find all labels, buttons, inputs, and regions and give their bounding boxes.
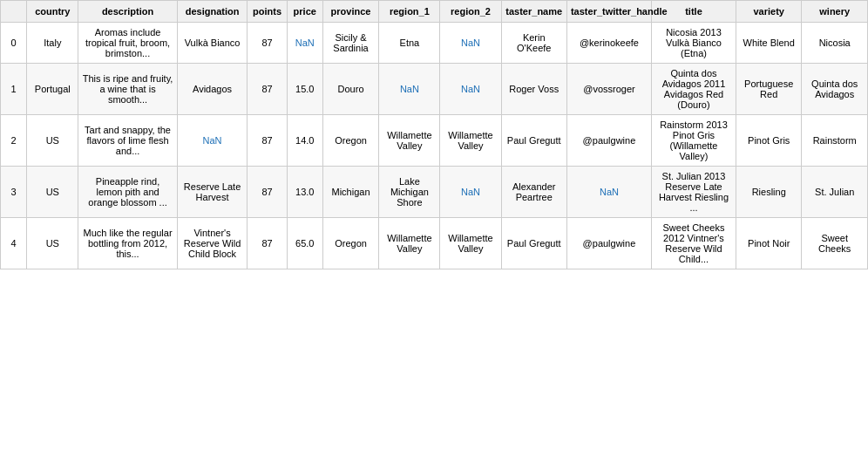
table-cell: 4 [1, 218, 27, 269]
table-cell: NaN [440, 64, 501, 115]
table-cell: @kerinokeefe [566, 23, 651, 64]
table-cell: 1 [1, 64, 27, 115]
col-header-province: province [322, 1, 379, 23]
table-cell: Roger Voss [501, 64, 566, 115]
table-cell: Nicosia [802, 23, 868, 64]
table-cell: 3 [1, 167, 27, 218]
table-row: 1PortugalThis is ripe and fruity, a wine… [1, 64, 868, 115]
table-cell: St. Julian 2013 Reserve Late Harvest Rie… [651, 167, 736, 218]
table-cell: US [27, 115, 78, 167]
table-cell: Riesling [736, 167, 801, 218]
col-header-designation: designation [177, 1, 248, 23]
table-cell: Pinot Noir [736, 218, 801, 269]
table-cell: Douro [322, 64, 379, 115]
col-header-points: points [248, 1, 287, 23]
table-cell: Portuguese Red [736, 64, 801, 115]
table-cell: Michigan [322, 167, 379, 218]
table-cell: Italy [27, 23, 78, 64]
table-cell: St. Julian [802, 167, 868, 218]
table-cell: Tart and snappy, the flavors of lime fle… [78, 115, 177, 167]
table-cell: 15.0 [287, 64, 322, 115]
col-header-taster: taster_name [501, 1, 566, 23]
table-row: 0ItalyAromas include tropical fruit, bro… [1, 23, 868, 64]
table-cell: 65.0 [287, 218, 322, 269]
table-cell: Oregon [322, 115, 379, 167]
table-cell: Portugal [27, 64, 78, 115]
table-cell: Reserve Late Harvest [177, 167, 248, 218]
table-cell: Nicosia 2013 Vulkà Bianco (Etna) [651, 23, 736, 64]
table-cell: 87 [248, 115, 287, 167]
table-cell: Willamette Valley [440, 115, 501, 167]
table-cell: Willamette Valley [379, 218, 440, 269]
table-cell: Rainstorm 2013 Pinot Gris (Willamette Va… [651, 115, 736, 167]
table-row: 3USPineapple rind, lemon pith and orange… [1, 167, 868, 218]
table-cell: Lake Michigan Shore [379, 167, 440, 218]
table-cell: NaN [440, 23, 501, 64]
col-header-region2: region_2 [440, 1, 501, 23]
table-cell: This is ripe and fruity, a wine that is … [78, 64, 177, 115]
table-cell: Oregon [322, 218, 379, 269]
table-cell: Willamette Valley [440, 218, 501, 269]
table-cell: Kerin O'Keefe [501, 23, 566, 64]
table-cell: NaN [379, 64, 440, 115]
table-cell: Vintner's Reserve Wild Child Block [177, 218, 248, 269]
table-cell: Willamette Valley [379, 115, 440, 167]
table-cell: 87 [248, 23, 287, 64]
table-cell: US [27, 167, 78, 218]
table-cell: 87 [248, 218, 287, 269]
col-header-country: country [27, 1, 78, 23]
col-header-price: price [287, 1, 322, 23]
table-cell: @paulgwine [566, 115, 651, 167]
table-row: 2USTart and snappy, the flavors of lime … [1, 115, 868, 167]
table-cell: Paul Gregutt [501, 218, 566, 269]
table-cell: Etna [379, 23, 440, 64]
table-cell: 0 [1, 23, 27, 64]
table-cell: @vossroger [566, 64, 651, 115]
table-cell: 2 [1, 115, 27, 167]
table-cell: Paul Gregutt [501, 115, 566, 167]
table-cell: Rainstorm [802, 115, 868, 167]
table-cell: 13.0 [287, 167, 322, 218]
table-cell: 14.0 [287, 115, 322, 167]
table-cell: Vulkà Bianco [177, 23, 248, 64]
table-cell: US [27, 218, 78, 269]
table-cell: Sweet Cheeks [802, 218, 868, 269]
table-cell: NaN [177, 115, 248, 167]
table-row: 4USMuch like the regular bottling from 2… [1, 218, 868, 269]
table-cell: 87 [248, 167, 287, 218]
table-cell: NaN [440, 167, 501, 218]
table-cell: Pineapple rind, lemon pith and orange bl… [78, 167, 177, 218]
col-header-description: description [78, 1, 177, 23]
table-cell: Quinta dos Avidagos [802, 64, 868, 115]
col-header-idx [1, 1, 27, 23]
table-cell: NaN [287, 23, 322, 64]
table-cell: @paulgwine [566, 218, 651, 269]
table-cell: Avidagos [177, 64, 248, 115]
col-header-region1: region_1 [379, 1, 440, 23]
table-cell: Aromas include tropical fruit, broom, br… [78, 23, 177, 64]
table-cell: Pinot Gris [736, 115, 801, 167]
table-cell: Sweet Cheeks 2012 Vintner's Reserve Wild… [651, 218, 736, 269]
header-row: country description designation points p… [1, 1, 868, 23]
table-cell: Alexander Peartree [501, 167, 566, 218]
table-cell: Much like the regular bottling from 2012… [78, 218, 177, 269]
col-header-winery: winery [802, 1, 868, 23]
table-cell: NaN [566, 167, 651, 218]
col-header-variety: variety [736, 1, 801, 23]
data-table: country description designation points p… [0, 0, 868, 269]
table-cell: 87 [248, 64, 287, 115]
table-cell: White Blend [736, 23, 801, 64]
col-header-twitter: taster_twitter_handle [566, 1, 651, 23]
table-cell: Sicily & Sardinia [322, 23, 379, 64]
table-cell: Quinta dos Avidagos 2011 Avidagos Red (D… [651, 64, 736, 115]
